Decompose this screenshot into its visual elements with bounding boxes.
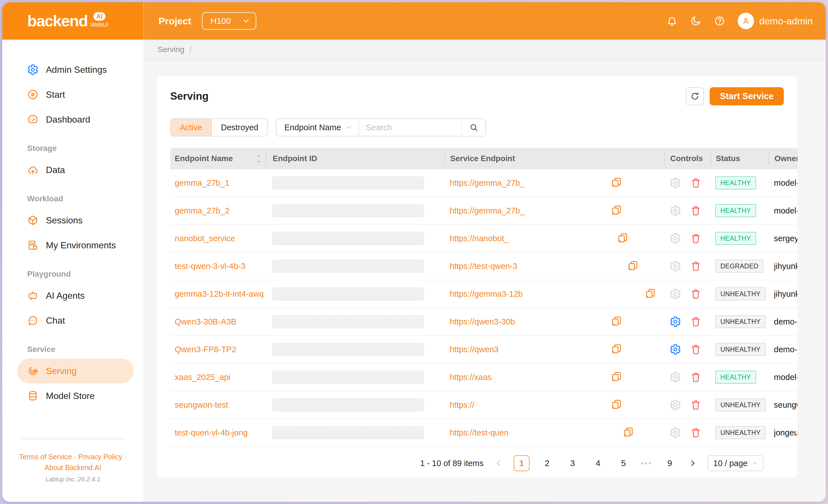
sidebar-section-workload: Workload (2, 190, 143, 208)
settings-gear-icon[interactable] (670, 260, 681, 272)
page-number-4[interactable]: 4 (590, 455, 606, 471)
column-header-endpoint-name[interactable]: Endpoint Name (170, 152, 266, 165)
page-size-select[interactable]: 10 / page (708, 455, 763, 471)
settings-gear-icon[interactable] (670, 288, 681, 300)
settings-gear-icon[interactable] (670, 233, 681, 244)
bell-icon[interactable] (666, 15, 678, 27)
moon-icon[interactable] (690, 15, 701, 27)
service-endpoint-link[interactable]: https:// (450, 401, 474, 410)
settings-gear-icon[interactable] (670, 316, 681, 327)
tab-destroyed[interactable]: Destroyed (211, 119, 267, 136)
endpoint-id-skeleton (272, 343, 424, 356)
copy-icon[interactable] (611, 399, 622, 411)
delete-trash-icon[interactable] (690, 399, 701, 411)
page-number-2[interactable]: 2 (539, 455, 555, 471)
service-endpoint-link[interactable]: https://gemma_27b_ (450, 206, 525, 215)
sidebar-item-sessions[interactable]: Sessions (17, 208, 134, 233)
status-badge: HEALTHY (715, 204, 756, 217)
sidebar-item-dashboard[interactable]: Dashboard (17, 107, 134, 132)
refresh-button[interactable] (686, 87, 704, 105)
endpoint-name-link[interactable]: xaas_2025_api (175, 373, 231, 382)
service-endpoint-link[interactable]: https://gemma3-12b (450, 289, 523, 299)
endpoint-name-link[interactable]: seungwon-test (175, 401, 228, 410)
owner-text: jihyunkan (774, 289, 797, 299)
table-row: Qwen3-30B-A3Bhttps://qwen3-30bUNHEALTHYd… (170, 308, 797, 336)
delete-trash-icon[interactable] (690, 372, 701, 383)
settings-gear-icon[interactable] (670, 427, 681, 438)
copy-icon[interactable] (611, 343, 622, 355)
endpoint-name-link[interactable]: test-qwen-3-vl-4b-3 (175, 262, 246, 271)
column-header-label: Endpoint ID (273, 154, 317, 163)
column-header-label: Status (716, 154, 740, 163)
sidebar-item-my-environments[interactable]: My Environments (17, 233, 134, 258)
endpoint-name-link[interactable]: Qwen3-FP8-TP2 (175, 345, 237, 354)
delete-trash-icon[interactable] (690, 260, 701, 272)
settings-gear-icon[interactable] (670, 399, 681, 411)
endpoint-name-link[interactable]: gemma_27b_1 (175, 178, 230, 188)
footer-link-terms-of-service[interactable]: Terms of Service (19, 453, 72, 461)
start-service-button[interactable]: Start Service (710, 87, 784, 105)
search-input[interactable] (359, 119, 462, 136)
user-menu[interactable]: demo-admin (738, 13, 813, 29)
sidebar-item-model-store[interactable]: Model Store (17, 383, 134, 408)
sidebar-item-chat[interactable]: Chat (17, 308, 134, 333)
service-endpoint-link[interactable]: https://qwen3-30b (450, 317, 515, 327)
settings-gear-icon[interactable] (670, 205, 681, 216)
breadcrumb-serving[interactable]: Serving (158, 45, 184, 54)
pagination-ellipsis[interactable]: ••• (641, 459, 652, 468)
copy-icon[interactable] (611, 177, 622, 189)
endpoint-name-link[interactable]: gemma3-12b-it-int4-awq (175, 289, 264, 299)
copy-icon[interactable] (627, 260, 638, 272)
chevron-right-icon[interactable] (689, 460, 696, 467)
endpoint-name-link[interactable]: nanobot_service (175, 234, 235, 243)
sidebar-item-start[interactable]: Start (17, 82, 134, 107)
footer-link-about-backend-ai[interactable]: About Backend.AI (44, 463, 101, 471)
sort-icon[interactable] (255, 154, 262, 163)
delete-trash-icon[interactable] (690, 316, 701, 327)
service-endpoint-link[interactable]: https://xaas (450, 373, 492, 382)
endpoint-name-link[interactable]: Qwen3-30B-A3B (175, 317, 237, 327)
chevron-left-icon[interactable] (495, 460, 502, 467)
settings-gear-icon[interactable] (670, 372, 681, 383)
service-endpoint-link[interactable]: https://test-quen (450, 428, 508, 437)
copy-icon[interactable] (623, 426, 634, 439)
sidebar-item-data[interactable]: Data (17, 158, 134, 182)
search-button[interactable] (462, 119, 485, 136)
copy-icon[interactable] (611, 316, 622, 328)
app-version: Lablup Inc. 26.2.4.1 (2, 476, 143, 483)
delete-trash-icon[interactable] (690, 344, 701, 355)
copy-icon[interactable] (611, 204, 622, 217)
delete-trash-icon[interactable] (690, 177, 701, 188)
sidebar-item-admin-settings[interactable]: Admin Settings (17, 57, 134, 82)
search-filter-select[interactable]: Endpoint Name (276, 119, 359, 136)
service-endpoint-link[interactable]: https://nanobot_ (450, 234, 508, 243)
project-select[interactable]: H100 (202, 12, 256, 30)
delete-trash-icon[interactable] (690, 233, 701, 244)
status-badge: HEALTHY (715, 232, 756, 245)
page-number-1[interactable]: 1 (514, 455, 530, 471)
copy-icon[interactable] (645, 288, 656, 300)
footer-link-privacy-policy[interactable]: Privacy Policy (78, 453, 122, 461)
page-number-9[interactable]: 9 (662, 455, 678, 471)
service-endpoint-link[interactable]: https://test-qwen-3 (450, 262, 518, 271)
settings-gear-icon[interactable] (670, 344, 681, 355)
delete-trash-icon[interactable] (690, 288, 701, 300)
endpoint-name-link[interactable]: gemma_27b_2 (175, 206, 230, 215)
service-endpoint-link[interactable]: https://gemma_27b_ (450, 178, 525, 188)
page-number-3[interactable]: 3 (565, 455, 580, 471)
settings-gear-icon[interactable] (670, 177, 681, 188)
page-number-5[interactable]: 5 (616, 455, 631, 471)
copy-icon[interactable] (617, 232, 628, 245)
copy-icon[interactable] (611, 371, 622, 383)
tab-active[interactable]: Active (171, 119, 211, 136)
owner-text: model-se (774, 178, 797, 188)
sidebar-item-ai-agents[interactable]: AI Agents (17, 283, 134, 308)
endpoint-name-link[interactable]: test-quen-vl-4b-jong (175, 428, 248, 437)
service-endpoint-link[interactable]: https://qwen3 (450, 345, 499, 354)
sidebar-item-serving[interactable]: Serving (17, 359, 134, 383)
logo-block[interactable]: backend AI WebUI (2, 2, 143, 40)
delete-trash-icon[interactable] (690, 205, 701, 216)
help-icon[interactable] (714, 15, 725, 27)
delete-trash-icon[interactable] (690, 427, 701, 438)
owner-text: seungwo (774, 401, 797, 410)
